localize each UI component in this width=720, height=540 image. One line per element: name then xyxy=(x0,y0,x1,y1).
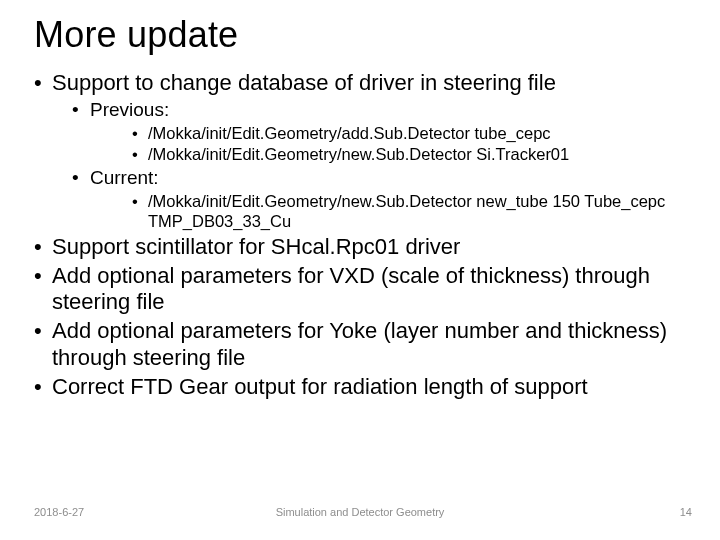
bullet-lvl1: Add optional parameters for Yoke (layer … xyxy=(34,318,690,372)
bullet-text: Add optional parameters for Yoke (layer … xyxy=(52,318,667,370)
bullet-lvl1: Support scintillator for SHcal.Rpc01 dri… xyxy=(34,234,690,261)
footer-title: Simulation and Detector Geometry xyxy=(0,506,720,518)
footer-page-number: 14 xyxy=(680,506,692,518)
bullet-text: Previous: xyxy=(90,99,169,120)
slide: More update Support to change database o… xyxy=(0,0,720,540)
bullet-text: Current: xyxy=(90,167,159,188)
bullet-text: Correct FTD Gear output for radiation le… xyxy=(52,374,588,399)
bullet-lvl1: Correct FTD Gear output for radiation le… xyxy=(34,374,690,401)
bullet-text: Support to change database of driver in … xyxy=(52,70,556,95)
bullet-text: /Mokka/init/Edit.Geometry/new.Sub.Detect… xyxy=(148,145,569,163)
bullet-lvl3: /Mokka/init/Edit.Geometry/new.Sub.Detect… xyxy=(132,144,690,165)
bullet-text: Support scintillator for SHcal.Rpc01 dri… xyxy=(52,234,460,259)
bullet-list-lvl3: /Mokka/init/Edit.Geometry/new.Sub.Detect… xyxy=(90,191,690,232)
bullet-list-lvl3: /Mokka/init/Edit.Geometry/add.Sub.Detect… xyxy=(90,123,690,165)
bullet-lvl1: Support to change database of driver in … xyxy=(34,70,690,232)
slide-content: Support to change database of driver in … xyxy=(34,70,690,403)
bullet-list-lvl2: Previous: /Mokka/init/Edit.Geometry/add.… xyxy=(52,98,690,232)
bullet-lvl3: /Mokka/init/Edit.Geometry/new.Sub.Detect… xyxy=(132,191,690,232)
bullet-lvl1: Add optional parameters for VXD (scale o… xyxy=(34,263,690,317)
bullet-text: /Mokka/init/Edit.Geometry/new.Sub.Detect… xyxy=(148,192,665,231)
bullet-lvl2: Current: /Mokka/init/Edit.Geometry/new.S… xyxy=(72,166,690,232)
bullet-lvl2: Previous: /Mokka/init/Edit.Geometry/add.… xyxy=(72,98,690,165)
bullet-text: /Mokka/init/Edit.Geometry/add.Sub.Detect… xyxy=(148,124,551,142)
slide-title: More update xyxy=(34,14,238,56)
bullet-text: Add optional parameters for VXD (scale o… xyxy=(52,263,650,315)
bullet-list-lvl1: Support to change database of driver in … xyxy=(34,70,690,401)
bullet-lvl3: /Mokka/init/Edit.Geometry/add.Sub.Detect… xyxy=(132,123,690,144)
